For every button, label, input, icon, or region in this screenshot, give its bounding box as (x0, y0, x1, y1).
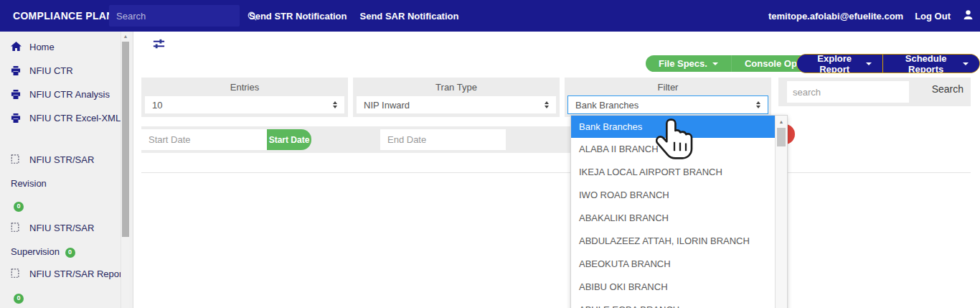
scroll-up-icon[interactable]: ▲ (776, 119, 787, 124)
sidebar-item-nfiu-str-sar-supervision[interactable]: NFIU STR/SAR Supervision 0 (11, 217, 128, 263)
tune-filters-icon[interactable] (152, 37, 166, 52)
dropdown-option[interactable]: ALABA II BRANCH (571, 138, 787, 161)
main-content: File Specs. Console Ops. Explore Report … (133, 32, 980, 308)
search-button[interactable]: Search (932, 83, 963, 95)
entries-cell: Entries 10 (141, 78, 348, 117)
report-button-group: Explore Report Schedule Reports (796, 54, 980, 73)
dashed-file-icon (11, 218, 22, 241)
dropdown-option[interactable]: IKEJA LOCAL AIRPORT BRANCH (571, 161, 787, 184)
supervision-count-badge: 0 (65, 248, 75, 258)
tran-type-select[interactable]: NIP Inward (356, 95, 557, 114)
start-date-button[interactable]: Start Date (267, 129, 311, 150)
dropdown-option[interactable]: ABIBU OKI BRANCH (571, 276, 787, 299)
send-str-notification-link[interactable]: Send STR Notification (249, 11, 347, 22)
navbar-links: Send STR Notification Send SAR Notificat… (249, 0, 458, 32)
filter-header-band: Entries 10 Tran Type NIP Inward Filter B… (141, 78, 771, 117)
global-search-box[interactable] (109, 5, 240, 27)
revision-count-badge: 0 (14, 202, 24, 212)
sidebar-item-nfiu-ctr[interactable]: NFIU CTR (11, 60, 128, 83)
global-search-input[interactable] (109, 11, 247, 22)
navbar-right: temitope.afolabi@efuelite.com Log Out (768, 0, 974, 32)
sidebar-item-nfiu-str-sar-revision[interactable]: NFIU STR/SAR Revision 0 (11, 149, 128, 217)
sidebar-menu: Home NFIU CTR NFIU CTR Analysis NFIU CTR… (0, 32, 133, 308)
filter-label: Filter (567, 80, 768, 95)
dropdown-option-selected[interactable]: Bank Branches (571, 116, 787, 138)
tran-type-cell: Tran Type NIP Inward (353, 78, 560, 117)
entries-label: Entries (144, 80, 345, 95)
sidebar-scrollbar-thumb[interactable] (122, 42, 129, 237)
dashed-file-icon (11, 150, 22, 172)
table-search-block: Search (778, 78, 971, 106)
dropdown-option[interactable]: IWO ROAD BRANCH (571, 184, 787, 207)
schedule-reports-button[interactable]: Schedule Reports (882, 55, 979, 73)
dropdown-scrollbar-thumb[interactable] (777, 128, 786, 146)
sidebar: Home NFIU CTR NFIU CTR Analysis NFIU CTR… (0, 32, 133, 308)
top-navbar: COMPLIANCE PLANET Send STR Notification … (0, 0, 980, 32)
printer-icon (11, 61, 22, 83)
home-icon (11, 37, 22, 60)
entries-select[interactable]: 10 (144, 95, 345, 114)
dropdown-option[interactable]: ABAKALIKI BRANCH (571, 207, 787, 230)
user-email: temitope.afolabi@efuelite.com (768, 11, 903, 22)
caret-down-icon (866, 62, 872, 65)
send-sar-notification-link[interactable]: Send SAR Notification (360, 11, 459, 22)
results-panel-divider (141, 172, 971, 173)
printer-icon (11, 85, 22, 107)
start-date-input[interactable] (141, 129, 267, 150)
file-specs-button[interactable]: File Specs. (646, 55, 731, 72)
dropdown-option[interactable]: ABULE EGBA BRANCH (571, 299, 787, 308)
tran-type-label: Tran Type (356, 80, 557, 95)
report-count-badge: 0 (14, 294, 24, 304)
end-date-input[interactable] (380, 129, 506, 150)
sidebar-item-nfiu-ctr-excel-xml[interactable]: NFIU CTR Excel-XML (11, 107, 128, 131)
filter-select[interactable]: Bank Branches (567, 95, 768, 114)
sidebar-item-nfiu-ctr-analysis[interactable]: NFIU CTR Analysis (11, 83, 128, 107)
table-search-input[interactable] (787, 81, 909, 103)
updown-arrows-icon (545, 101, 549, 108)
caret-down-icon (712, 62, 718, 65)
dropdown-option[interactable]: ABDULAZEEZ ATTAH, ILORIN BRANCH (571, 230, 787, 253)
printer-icon (11, 108, 22, 131)
explore-report-button[interactable]: Explore Report (797, 55, 882, 73)
filter-cell: Filter Bank Branches (565, 78, 771, 117)
scroll-up-icon[interactable]: ▲ (121, 34, 130, 39)
sidebar-scrollbar[interactable]: ▲ (121, 32, 129, 308)
bank-branches-dropdown: Bank Branches ALABA II BRANCH IKEJA LOCA… (570, 115, 788, 308)
dashed-file-icon (11, 264, 22, 286)
dropdown-option[interactable]: ABEOKUTA BRANCH (571, 253, 787, 276)
caret-down-icon (963, 62, 969, 65)
logout-button[interactable]: Log Out (915, 11, 951, 22)
sidebar-item-nfiu-str-sar-report[interactable]: NFIU STR/SAR Report 0 (11, 263, 128, 308)
sidebar-item-home[interactable]: Home (11, 36, 128, 60)
dropdown-scrollbar[interactable]: ▲ (775, 116, 787, 308)
updown-arrows-icon (756, 101, 760, 108)
user-icon[interactable] (962, 9, 974, 24)
updown-arrows-icon (333, 101, 337, 108)
